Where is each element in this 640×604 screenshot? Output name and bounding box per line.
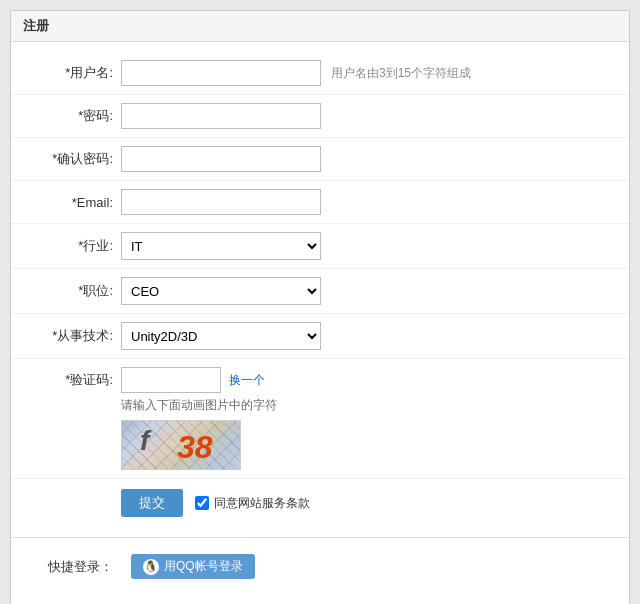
registration-panel: 注册 *用户名: 用户名由3到15个字符组成 *密码: *确认密码: *Emai… xyxy=(10,10,630,604)
captcha-refresh-link[interactable]: 换一个 xyxy=(229,372,265,389)
industry-label: *行业: xyxy=(31,237,121,255)
captcha-input[interactable] xyxy=(121,367,221,393)
industry-row: *行业: IT 金融 教育 医疗 其他 xyxy=(11,224,629,269)
technology-label: *从事技术: xyxy=(31,327,121,345)
qq-icon: 🐧 xyxy=(143,559,159,575)
password-label: *密码: xyxy=(31,107,121,125)
position-label: *职位: xyxy=(31,282,121,300)
captcha-label: *验证码: xyxy=(31,371,121,389)
confirm-password-label: *确认密码: xyxy=(31,150,121,168)
divider xyxy=(11,537,629,538)
position-row: *职位: CEO CTO CFO 工程师 设计师 产品经理 其他 xyxy=(11,269,629,314)
confirm-password-input[interactable] xyxy=(121,146,321,172)
qq-login-label: 用QQ帐号登录 xyxy=(164,558,243,575)
captcha-char-f: f xyxy=(140,425,149,457)
username-input[interactable] xyxy=(121,60,321,86)
quick-login-label: 快捷登录： xyxy=(31,558,121,576)
captcha-row: *验证码: 换一个 请输入下面动画图片中的字符 f 38 xyxy=(11,359,629,479)
agree-checkbox[interactable] xyxy=(195,496,209,510)
password-row: *密码: xyxy=(11,95,629,138)
username-label: *用户名: xyxy=(31,64,121,82)
username-hint: 用户名由3到15个字符组成 xyxy=(331,65,471,82)
email-row: *Email: xyxy=(11,181,629,224)
submit-button[interactable]: 提交 xyxy=(121,489,183,517)
username-row: *用户名: 用户名由3到15个字符组成 xyxy=(11,52,629,95)
email-label: *Email: xyxy=(31,195,121,210)
agree-area: 同意网站服务条款 xyxy=(195,495,310,512)
confirm-password-row: *确认密码: xyxy=(11,138,629,181)
agree-text: 同意网站服务条款 xyxy=(214,495,310,512)
captcha-char-38: 38 xyxy=(177,429,213,466)
industry-select[interactable]: IT 金融 教育 医疗 其他 xyxy=(121,232,321,260)
form-body: *用户名: 用户名由3到15个字符组成 *密码: *确认密码: *Email: … xyxy=(11,42,629,595)
captcha-input-line: 换一个 xyxy=(121,367,265,393)
technology-select[interactable]: Unity2D/3D Java C++ Python 前端开发 其他 xyxy=(121,322,321,350)
captcha-image: f 38 xyxy=(121,420,241,470)
qq-login-button[interactable]: 🐧 用QQ帐号登录 xyxy=(131,554,255,579)
position-select[interactable]: CEO CTO CFO 工程师 设计师 产品经理 其他 xyxy=(121,277,321,305)
technology-row: *从事技术: Unity2D/3D Java C++ Python 前端开发 其… xyxy=(11,314,629,359)
quick-login-row: 快捷登录： 🐧 用QQ帐号登录 xyxy=(11,548,629,585)
email-input[interactable] xyxy=(121,189,321,215)
panel-title: 注册 xyxy=(11,11,629,42)
password-input[interactable] xyxy=(121,103,321,129)
captcha-hint: 请输入下面动画图片中的字符 xyxy=(121,397,277,414)
submit-row: 提交 同意网站服务条款 xyxy=(101,479,629,527)
